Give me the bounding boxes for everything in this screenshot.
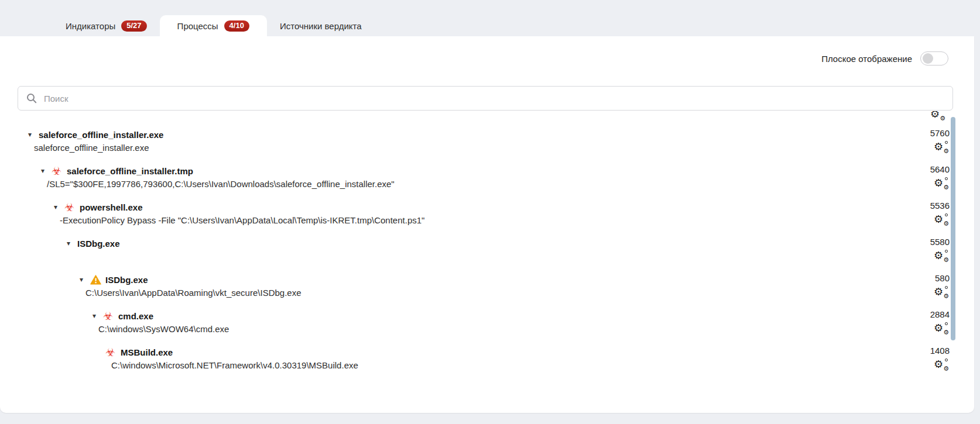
tab-label: Источники вердикта: [280, 21, 362, 31]
gears-icon[interactable]: ⚙⚙: [934, 286, 947, 298]
vertical-scrollbar-thumb[interactable]: [951, 117, 955, 340]
biohazard-icon: ☣: [103, 311, 118, 322]
tab-bar: Индикаторы 5/27 Процессы 4/10 Источники …: [0, 0, 980, 36]
tab-label: Процессы: [177, 21, 218, 31]
process-details: C:\windows\SysWOW64\cmd.exe: [18, 324, 974, 334]
gears-icon[interactable]: ⚙⚙: [934, 250, 947, 262]
process-row[interactable]: ▾ saleforce_offline_installer.exe salefo…: [18, 127, 974, 164]
tab-badge: 5/27: [121, 20, 146, 32]
process-row[interactable]: ▾ ☣ cmd.exe C:\windows\SysWOW64\cmd.exe …: [18, 309, 974, 345]
process-name: MSBuild.exe: [121, 347, 173, 357]
process-pid: 5580: [930, 236, 950, 248]
gears-icon[interactable]: ⚙⚙: [934, 177, 947, 189]
process-row[interactable]: ▾ ☣ powershell.exe -ExecutionPolicy Bypa…: [18, 200, 974, 236]
chevron-down-icon[interactable]: ▾: [54, 204, 64, 211]
process-details: /SL5="$300FE,1997786,793600,C:\Users\Iva…: [18, 179, 974, 189]
chevron-down-icon[interactable]: ▾: [67, 240, 77, 247]
tab-verdict-sources[interactable]: Источники вердикта: [267, 15, 375, 36]
process-name: cmd.exe: [118, 311, 153, 321]
process-tree: ⚙⚙ ▾ saleforce_offline_installer.exe sal…: [0, 111, 974, 411]
gears-icon[interactable]: ⚙⚙: [934, 358, 947, 371]
process-name: ISDbg.exe: [77, 239, 120, 249]
process-row[interactable]: ▾ ☣ saleforce_offline_installer.tmp /SL5…: [18, 164, 974, 200]
process-name: saleforce_offline_installer.exe: [39, 130, 163, 140]
search-box: [18, 86, 953, 111]
flat-view-toggle[interactable]: [920, 51, 948, 66]
process-details: C:\Users\Ivan\AppData\Roaming\vkt_secure…: [18, 288, 974, 298]
process-pid: 5760: [930, 127, 950, 139]
tab-badge: 4/10: [224, 20, 249, 32]
warning-icon: [90, 275, 105, 285]
process-row[interactable]: ▾ ISDbg.exe 5580 ⚙⚙: [18, 236, 974, 273]
process-row[interactable]: ☣ MSBuild.exe C:\windows\Microsoft.NET\F…: [18, 345, 974, 381]
process-pid: 5640: [930, 164, 950, 175]
search-input[interactable]: [44, 94, 944, 104]
processes-panel: Плоское отображение ⚙⚙ ▾ saleforce_offli…: [0, 36, 974, 413]
biohazard-icon: ☣: [64, 202, 80, 213]
tab-label: Индикаторы: [66, 21, 115, 31]
tab-indicators[interactable]: Индикаторы 5/27: [53, 15, 160, 36]
process-pid: 580: [935, 273, 950, 284]
process-details: saleforce_offline_installer.exe: [18, 143, 974, 153]
toggle-knob: [923, 53, 933, 64]
chevron-down-icon[interactable]: ▾: [80, 276, 90, 283]
gears-icon[interactable]: ⚙⚙: [934, 213, 947, 226]
process-details: C:\windows\Microsoft.NET\Framework\v4.0.…: [18, 360, 974, 370]
process-pid: 2884: [930, 309, 950, 320]
process-pid: 1408: [930, 345, 950, 357]
process-name: powershell.exe: [80, 202, 143, 212]
tab-processes[interactable]: Процессы 4/10: [160, 15, 267, 36]
process-name: ISDbg.exe: [105, 275, 148, 285]
chevron-down-icon[interactable]: ▾: [92, 312, 103, 319]
chevron-down-icon[interactable]: ▾: [28, 131, 39, 138]
search-icon: [26, 93, 37, 104]
process-pid: 5536: [930, 200, 950, 212]
gears-icon[interactable]: ⚙⚙: [934, 322, 947, 335]
chevron-down-icon[interactable]: ▾: [41, 167, 52, 174]
flat-view-label: Плоское отображение: [821, 54, 912, 64]
process-name: saleforce_offline_installer.tmp: [67, 166, 193, 176]
biohazard-icon: ☣: [52, 166, 67, 177]
process-row[interactable]: ▾ ISDbg.exe C:\Users\Ivan\AppData\Roamin…: [18, 273, 974, 309]
gears-icon[interactable]: ⚙⚙: [934, 141, 947, 153]
gears-icon[interactable]: ⚙⚙: [930, 111, 943, 120]
flat-view-control: Плоское отображение: [821, 51, 948, 66]
process-details: -ExecutionPolicy Bypass -File "C:\Users\…: [18, 215, 974, 225]
biohazard-icon: ☣: [105, 347, 121, 358]
